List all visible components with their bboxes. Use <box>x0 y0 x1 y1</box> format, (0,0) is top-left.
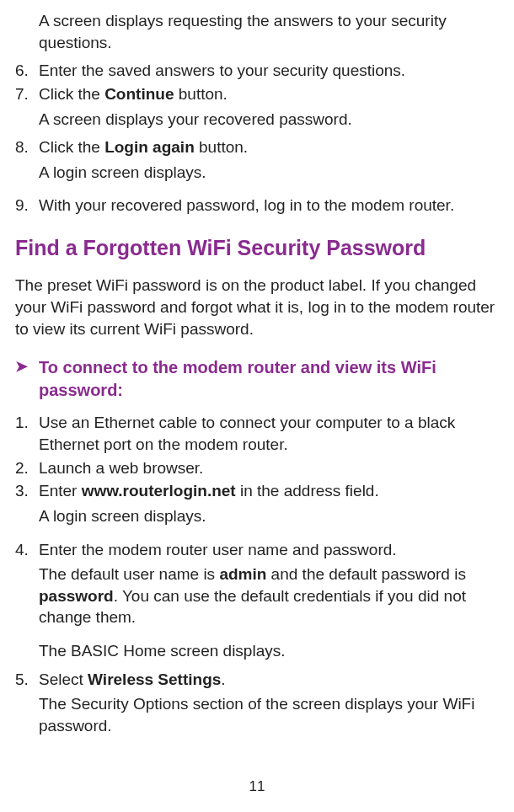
step-8: 8. Click the Login again button. <box>15 136 499 158</box>
step-text: Enter the saved answers to your security… <box>39 60 499 82</box>
step-text: Click the Login again button. <box>39 136 499 158</box>
b-step-1: 1. Use an Ethernet cable to connect your… <box>15 412 499 455</box>
page-number: 11 <box>0 777 514 797</box>
step-text: With your recovered password, log in to … <box>39 195 499 216</box>
page-content: A screen displays requesting the answers… <box>15 0 499 737</box>
text-part: Click the <box>39 85 104 103</box>
task-heading: To connect to the modem router and view … <box>39 356 499 402</box>
text-part: Click the <box>39 138 104 156</box>
bold-text: Login again <box>104 138 195 156</box>
task-heading-row: ➤ To connect to the modem router and vie… <box>15 356 499 402</box>
text-part: The default user name is <box>39 565 219 583</box>
text-part: Enter <box>39 482 82 499</box>
text-part: Select <box>39 670 88 688</box>
step-number: 2. <box>15 457 39 479</box>
b-step-4: 4. Enter the modem router user name and … <box>15 539 499 561</box>
intro-paragraph: A screen displays requesting the answers… <box>39 10 499 53</box>
bold-text: Wireless Settings <box>88 670 221 688</box>
step-text: Use an Ethernet cable to connect your co… <box>39 412 499 455</box>
step-7: 7. Click the Continue button. <box>15 83 499 105</box>
section-heading: Find a Forgotten WiFi Security Password <box>15 235 499 261</box>
step-6: 6. Enter the saved answers to your secur… <box>15 60 499 82</box>
bold-text: password <box>39 587 114 605</box>
bold-text: www.routerlogin.net <box>82 482 236 499</box>
text-part: button. <box>195 138 248 156</box>
step-8-result: A login screen displays. <box>39 162 499 184</box>
step-number: 4. <box>15 539 39 561</box>
text-part: and the default password is <box>266 565 466 583</box>
step-text: Click the Continue button. <box>39 83 499 105</box>
b-step-4-result2: The BASIC Home screen displays. <box>39 640 499 662</box>
step-number: 1. <box>15 412 39 455</box>
bold-text: admin <box>219 565 266 583</box>
step-number: 5. <box>15 669 39 691</box>
text-part: button. <box>174 85 227 103</box>
step-text: Enter the modem router user name and pas… <box>39 539 499 561</box>
step-text: Select Wireless Settings. <box>39 669 499 691</box>
b-step-4-result1: The default user name is admin and the d… <box>39 564 499 628</box>
text-part: in the address field. <box>236 482 379 499</box>
step-text: Enter www.routerlogin.net in the address… <box>39 480 499 502</box>
step-9: 9. With your recovered password, log in … <box>15 195 499 216</box>
b-step-5-result: The Security Options section of the scre… <box>39 693 499 736</box>
step-number: 3. <box>15 480 39 502</box>
text-part: . <box>221 670 225 688</box>
step-7-result: A screen displays your recovered passwor… <box>39 109 499 131</box>
step-number: 7. <box>15 83 39 105</box>
step-text: Launch a web browser. <box>39 457 499 479</box>
b-step-2: 2. Launch a web browser. <box>15 457 499 479</box>
section-intro: The preset WiFi password is on the produ… <box>15 275 499 339</box>
step-number: 6. <box>15 60 39 82</box>
b-step-3-result: A login screen displays. <box>39 505 499 527</box>
step-number: 9. <box>15 195 39 216</box>
b-step-3: 3. Enter www.routerlogin.net in the addr… <box>15 480 499 502</box>
b-step-5: 5. Select Wireless Settings. <box>15 669 499 691</box>
bold-text: Continue <box>104 85 174 103</box>
step-number: 8. <box>15 136 39 158</box>
arrow-icon: ➤ <box>15 356 39 377</box>
